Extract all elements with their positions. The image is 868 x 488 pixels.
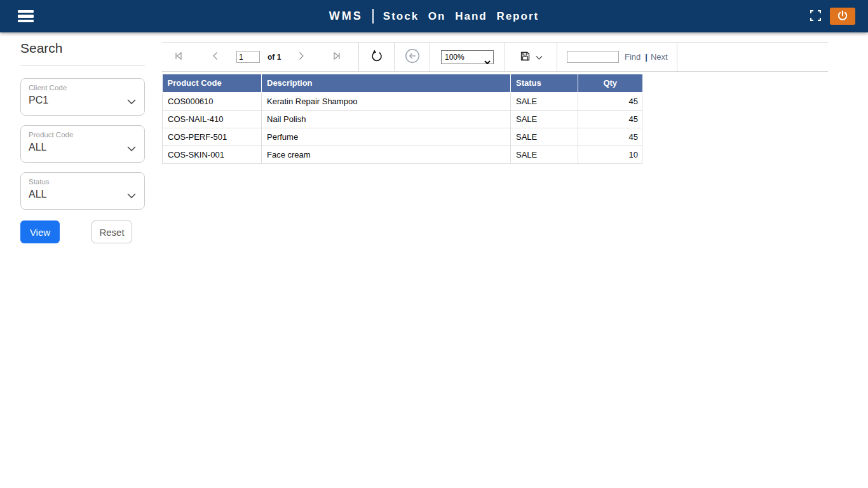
table-cell: Perfume [262, 128, 511, 146]
column-header: Description [262, 74, 511, 92]
report-table: Product CodeDescriptionStatusQty COS0006… [162, 74, 642, 164]
chevron-down-icon [127, 142, 136, 154]
table-row: COS-NAIL-410Nail PolishSALE45 [163, 110, 642, 128]
previous-page-button[interactable] [210, 50, 221, 64]
column-header: Qty [578, 74, 642, 92]
table-cell: SALE [511, 110, 578, 128]
last-page-icon [331, 50, 342, 64]
page-count-label: of 1 [268, 53, 281, 62]
first-page-icon [173, 50, 184, 64]
report-toolbar: of 1 [162, 42, 828, 72]
chevron-down-icon [127, 189, 136, 201]
table-cell: COS-NAIL-410 [163, 110, 262, 128]
page-number-input[interactable] [236, 51, 260, 63]
find-group: Find | Next [557, 43, 677, 71]
table-cell: SALE [511, 92, 578, 110]
app-name: WMS [329, 10, 363, 23]
search-panel-title: Search [20, 41, 63, 56]
header-actions [810, 0, 855, 32]
find-next-separator: | [645, 52, 648, 62]
pagination-controls: of 1 [162, 43, 359, 71]
client-code-label: Client Code [29, 84, 67, 92]
export-dropdown-button[interactable] [536, 52, 543, 62]
table-cell: COS-PERF-501 [163, 128, 262, 146]
export-save-button[interactable] [519, 50, 531, 64]
header-title: WMS Stock On Hand Report [0, 9, 868, 24]
status-dropdown[interactable]: Status ALL [20, 172, 145, 210]
table-cell: Nail Polish [262, 110, 511, 128]
find-text-input[interactable] [567, 51, 619, 63]
view-button[interactable]: View [20, 220, 60, 243]
logout-power-button[interactable] [830, 8, 855, 25]
chevron-right-icon [295, 50, 307, 64]
last-page-button[interactable] [331, 50, 342, 64]
refresh-button[interactable] [370, 49, 384, 65]
back-group [395, 43, 430, 71]
next-page-button[interactable] [295, 50, 307, 64]
toolbar-spacer [677, 43, 828, 71]
zoom-select[interactable]: 100% [441, 50, 494, 64]
table-cell: COS000610 [163, 92, 262, 110]
table-header-row: Product CodeDescriptionStatusQty [163, 74, 642, 92]
fullscreen-button[interactable] [810, 10, 822, 24]
export-group [505, 43, 557, 71]
circled-left-arrow-icon [405, 48, 420, 65]
reset-button[interactable]: Reset [92, 220, 132, 243]
zoom-group: 100% [430, 43, 505, 71]
product-code-label: Product Code [29, 131, 73, 139]
back-to-parent-button[interactable] [405, 48, 420, 65]
client-code-dropdown[interactable]: Client Code PC1 [20, 78, 145, 116]
find-button[interactable]: Find [625, 52, 641, 62]
product-code-dropdown[interactable]: Product Code ALL [20, 125, 145, 163]
table-cell: COS-SKIN-001 [163, 146, 262, 163]
first-page-button[interactable] [173, 50, 184, 64]
table-row: COS-SKIN-001Face creamSALE10 [163, 146, 642, 163]
table-cell: SALE [511, 128, 578, 146]
client-code-value: PC1 [29, 95, 48, 106]
product-code-value: ALL [29, 142, 46, 153]
chevron-left-icon [210, 50, 221, 64]
power-icon [837, 10, 848, 23]
page-title: Stock On Hand Report [383, 10, 539, 23]
table-cell: 10 [578, 146, 642, 163]
column-header: Status [511, 74, 578, 92]
report-table-body: COS000610Keratin Repair ShampooSALE45COS… [163, 92, 642, 163]
refresh-icon [370, 49, 384, 65]
table-cell: SALE [511, 146, 578, 163]
title-divider [372, 9, 374, 24]
table-cell: Face cream [262, 146, 511, 163]
find-next-button[interactable]: Next [651, 52, 668, 62]
table-row: COS000610Keratin Repair ShampooSALE45 [163, 92, 642, 110]
floppy-disk-icon [519, 50, 531, 64]
column-header: Product Code [163, 74, 262, 92]
refresh-group [359, 43, 395, 71]
chevron-down-icon [127, 95, 136, 107]
status-value: ALL [29, 189, 46, 200]
table-row: COS-PERF-501PerfumeSALE45 [163, 128, 642, 146]
app-header: WMS Stock On Hand Report [0, 0, 868, 32]
table-cell: 45 [578, 128, 642, 146]
table-cell: Keratin Repair Shampoo [262, 92, 511, 110]
table-cell: 45 [578, 110, 642, 128]
status-label: Status [29, 178, 50, 186]
fullscreen-icon [810, 10, 822, 24]
chevron-down-icon [536, 52, 543, 62]
search-panel-divider [20, 65, 145, 66]
table-cell: 45 [578, 92, 642, 110]
